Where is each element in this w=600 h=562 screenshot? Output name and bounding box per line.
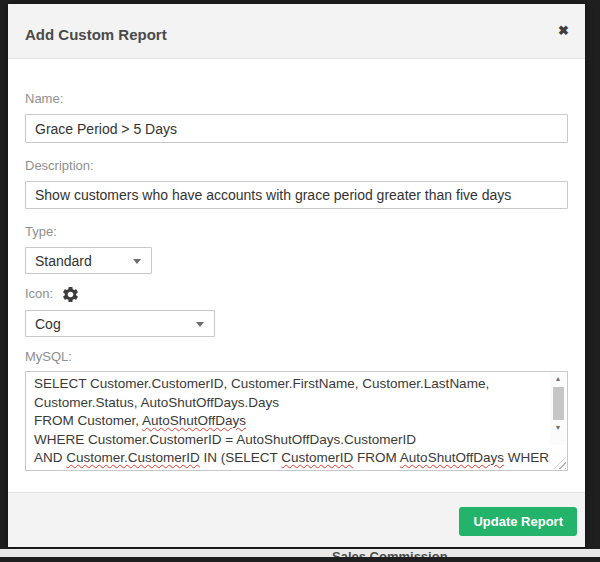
mysql-label: MySQL: [25,350,568,364]
name-label: Name: [25,92,568,106]
type-select-value: Standard [35,253,92,269]
sql-line: WHERE Customer.CustomerID = AutoShutOffD… [34,431,546,450]
scrollbar-thumb[interactable] [553,387,564,420]
sql-line: Customer.Status, AutoShutOffDays.Days [34,394,546,413]
scroll-up-icon[interactable]: ▲ [550,373,566,385]
icon-label-row: Icon: [25,284,568,304]
sql-line: SELECT Customer.CustomerID, Customer.Fir… [34,375,546,394]
sql-line: AND Customer.CustomerID IN (SELECT Custo… [34,449,546,468]
type-select[interactable]: Standard [25,247,152,274]
resize-grip-icon[interactable] [554,457,566,469]
sql-line: Days > 5) [34,468,546,471]
modal-title: Add Custom Report [25,26,167,43]
gear-icon [61,285,80,304]
modal-body: Name: Grace Period > 5 Days Description:… [8,59,585,492]
icon-select[interactable]: Cog [25,310,215,337]
type-label: Type: [25,225,568,239]
chevron-down-icon [196,322,204,327]
textarea-scrollbar[interactable]: ▲ ▼ [550,373,566,445]
mysql-textarea[interactable]: SELECT Customer.CustomerID, Customer.Fir… [25,371,568,471]
scroll-down-icon[interactable]: ▼ [550,422,566,434]
sql-line: FROM Customer, AutoShutOffDays [34,412,546,431]
background-page-sliver: Sales Commission [0,549,600,557]
background-partial-text: Sales Commission [332,550,448,557]
chevron-down-icon [133,259,141,264]
modal-header: Add Custom Report ✖ [8,4,585,59]
name-input[interactable]: Grace Period > 5 Days [25,114,568,143]
modal-footer: Update Report [8,492,585,547]
description-label: Description: [25,159,568,173]
update-report-button[interactable]: Update Report [459,507,577,536]
description-input[interactable]: Show customers who have accounts with gr… [25,181,568,209]
icon-select-value: Cog [35,316,61,332]
close-icon[interactable]: ✖ [558,24,569,38]
mysql-text: SELECT Customer.CustomerID, Customer.Fir… [26,372,550,470]
icon-label: Icon: [25,287,53,301]
add-custom-report-modal: Add Custom Report ✖ Name: Grace Period >… [8,4,585,547]
